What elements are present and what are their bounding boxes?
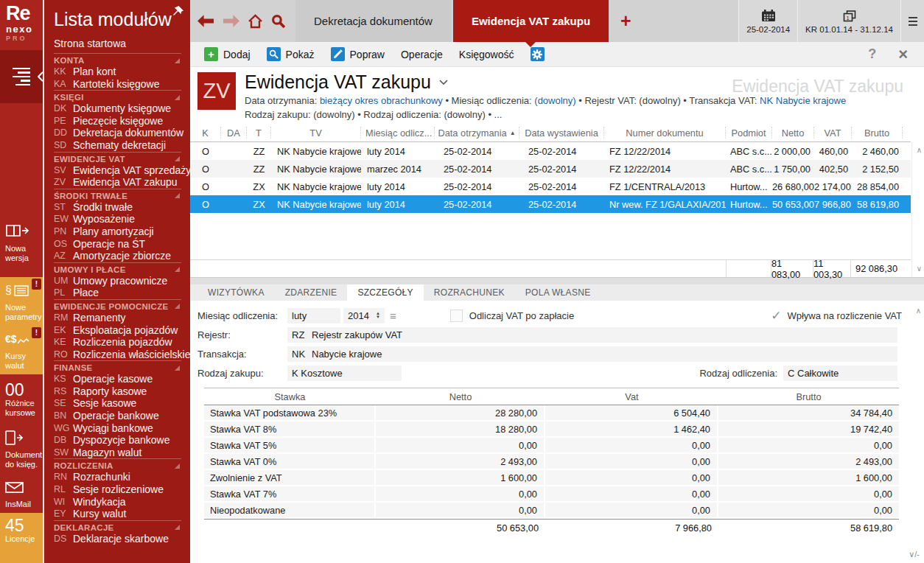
column-header-da[interactable]: DA: [221, 127, 247, 139]
table-row[interactable]: OZZNK Nabycie krajowemarzec 201425-02-20…: [190, 160, 911, 178]
month-list-icon[interactable]: ≡: [390, 310, 396, 322]
filter-link[interactable]: NK Nabycie krajowe: [760, 95, 846, 106]
sidebar-item-wi[interactable]: WIWindykacja: [54, 496, 181, 508]
sidebar-section-header[interactable]: FINANSE: [54, 361, 181, 373]
rail-item-nowe-parametry[interactable]: ! § Nowe parametry: [0, 277, 43, 326]
tab-ewidencja-vat-zakupu[interactable]: Ewidencja VAT zakupu: [453, 0, 609, 42]
sidebar-item-az[interactable]: AZAmortyzacje zbiorcze: [54, 250, 181, 262]
sidebar-item-wg[interactable]: WGWyciągi bankowe: [54, 422, 181, 435]
sidebar-item-se[interactable]: SESesje kasowe: [54, 397, 181, 410]
column-header-brutto[interactable]: Brutto: [852, 127, 903, 139]
vat-rate-row[interactable]: Stawka VAT 7%0,000,000,00: [204, 486, 899, 503]
spinner-arrows-icon[interactable]: ▲▼: [376, 312, 380, 319]
detail-tab-rozrachunek[interactable]: ROZRACHUNEK: [424, 284, 515, 301]
sidebar-section-header[interactable]: UMOWY I PŁACE: [54, 263, 181, 275]
scroll-up-icon[interactable]: ∧: [917, 146, 922, 154]
vertical-scrollbar[interactable]: [911, 142, 924, 277]
sidebar-section-header[interactable]: ROZLICZENIA: [54, 459, 181, 471]
sidebar-item-db[interactable]: DBDyspozycje bankowe: [54, 434, 181, 447]
vat-rate-row[interactable]: Stawka VAT 8%18 280,001 462,4019 742,40: [204, 422, 899, 438]
vat-rate-row[interactable]: Stawka VAT podstawowa 23%28 280,006 504,…: [204, 405, 899, 422]
column-header-t[interactable]: T: [247, 127, 271, 139]
column-header-wystawienia[interactable]: Data wystawienia: [519, 127, 604, 139]
sidebar-item-pe[interactable]: PEPieczęcie księgowe: [54, 115, 181, 127]
rail-item-dokument-do-ksieg[interactable]: Dokument do księg.: [0, 424, 43, 469]
search-button[interactable]: [271, 14, 285, 28]
accounting-menu[interactable]: Księgowość: [452, 46, 521, 63]
modules-rail-button[interactable]: [0, 50, 43, 103]
table-row[interactable]: OZZNK Nabycie krajoweluty 201425-02-2014…: [190, 142, 911, 160]
detail-scroll-up-icon[interactable]: ∧: [916, 307, 921, 315]
help-button[interactable]: ?: [856, 46, 888, 62]
sidebar-item-sw[interactable]: SWMagazyn walut: [54, 447, 181, 459]
sidebar-item-bn[interactable]: BNOperacje bankowe: [54, 410, 181, 422]
column-header-miesiac[interactable]: Miesiąc odlicz...: [361, 127, 435, 139]
sidebar-item-ka[interactable]: KAKartoteki księgowe: [54, 78, 181, 91]
column-header-tv[interactable]: TV: [271, 127, 361, 139]
transakcja-field[interactable]: NK Nabycie krajowe: [287, 346, 897, 362]
vat-rate-row[interactable]: Zwolnienie z VAT1 600,000,001 600,00: [204, 470, 899, 486]
sidebar-item-ks[interactable]: KSOperacje kasowe: [54, 373, 181, 385]
sidebar-item-dk[interactable]: DKDokumenty księgowe: [54, 102, 181, 115]
month-select[interactable]: luty: [287, 308, 340, 324]
sidebar-item-st[interactable]: STŚrodki trwałe: [54, 201, 181, 214]
sidebar-item-ey[interactable]: EYKursy walut: [54, 508, 181, 520]
year-stepper[interactable]: 2014 ▲▼: [343, 308, 385, 324]
scroll-down-icon[interactable]: ∨: [917, 265, 922, 273]
column-header-podmiot[interactable]: Podmiot: [726, 127, 772, 139]
column-header-vat[interactable]: VAT: [814, 127, 852, 139]
sidebar-item-ek[interactable]: EKEksploatacja pojazdów: [54, 324, 181, 337]
work-date-button[interactable]: 25-02-2014: [738, 0, 797, 42]
edit-button[interactable]: Popraw: [324, 45, 391, 63]
sidebar-item-um[interactable]: UMUmowy pracownicze: [54, 275, 181, 287]
menu-button[interactable]: [900, 0, 924, 42]
new-tab-button[interactable]: +: [611, 0, 641, 42]
show-button[interactable]: Pokaż: [260, 45, 321, 63]
column-header-numer[interactable]: Numer dokumentu: [604, 127, 726, 139]
sidebar-item-rn[interactable]: RNRozrachunki: [54, 471, 181, 483]
sidebar-item-kk[interactable]: KKPlan kont: [54, 66, 181, 78]
sidebar-section-header[interactable]: ŚRODKI TRWAŁE: [54, 189, 181, 201]
table-row[interactable]: OZXNK Nabycie krajoweluty 201425-02-2014…: [190, 178, 911, 195]
detail-tab-wizyt-wka[interactable]: WIZYTÓWKA: [197, 284, 275, 301]
rail-item-kursy-walut[interactable]: ! €$ Kursy walut: [0, 326, 43, 374]
collapse-control[interactable]: ∨/-: [909, 550, 920, 559]
sidebar-section-header[interactable]: KSIĘGI: [54, 91, 181, 102]
sidebar-item-rm[interactable]: RMRemanenty: [54, 312, 181, 324]
view-title[interactable]: Ewidencja VAT zakupu: [245, 67, 448, 93]
pin-icon[interactable]: [172, 6, 183, 20]
odliczaj-vat-checkbox[interactable]: [450, 310, 463, 322]
sidebar-section-header[interactable]: EWIDENCJE VAT: [54, 153, 181, 164]
sidebar-item-strona-startowa[interactable]: Strona startowa: [54, 38, 181, 53]
sidebar-item-ew[interactable]: EWWyposażenie: [54, 213, 181, 225]
sidebar-item-ke[interactable]: KERozliczenia pojazdów: [54, 336, 181, 349]
detail-tab-szczeg-y[interactable]: SZCZEGÓŁY: [347, 284, 423, 301]
sidebar-item-ds[interactable]: DSDeklaracje skarbowe: [54, 533, 181, 545]
settings-button[interactable]: [524, 45, 551, 63]
rail-item-roznice-kursowe[interactable]: 00 Różnice kursowe: [0, 377, 43, 419]
filter-link[interactable]: bieżący okres obrachunkowy: [320, 95, 443, 106]
sidebar-section-header[interactable]: EWIDENCJE POMOCNICZE: [54, 300, 181, 312]
sidebar-item-os[interactable]: OSOperacje na ŚT: [54, 238, 181, 251]
sidebar-item-sv[interactable]: SVEwidencja VAT sprzedaży: [54, 164, 181, 177]
rodzaj-zakupu-field[interactable]: K Kosztowe: [287, 366, 402, 381]
back-button[interactable]: [197, 15, 214, 27]
sidebar-section-header[interactable]: DEKLARACJE: [54, 521, 181, 533]
rail-item-nowa-wersja[interactable]: Nowa wersja: [0, 218, 43, 259]
sidebar-item-rs[interactable]: RSRaporty kasowe: [54, 385, 181, 398]
sidebar-item-dd[interactable]: DDDekretacja dokumentów: [54, 127, 181, 139]
close-button[interactable]: ×: [891, 45, 915, 64]
rodzaj-odliczenia-field[interactable]: C Całkowite: [783, 366, 897, 381]
column-header-k[interactable]: K: [190, 127, 221, 139]
table-row[interactable]: OZXNK Nabycie krajoweluty 201425-02-2014…: [190, 195, 911, 213]
column-header-netto[interactable]: Netto: [772, 127, 814, 139]
home-button[interactable]: [248, 14, 263, 29]
sidebar-item-sd[interactable]: SDSchematy dekretacji: [54, 139, 181, 152]
vat-rate-row[interactable]: Nieopodatkowane0,000,000,00: [204, 503, 899, 519]
rejestr-field[interactable]: RZ Rejestr zakupów VAT: [287, 327, 897, 343]
check-icon[interactable]: ✓: [771, 308, 781, 324]
sidebar-item-zv[interactable]: ZVEwidencja VAT zakupu: [54, 176, 181, 189]
vat-rate-row[interactable]: Stawka VAT 5%0,000,000,00: [204, 438, 899, 454]
operations-menu[interactable]: Operacje: [394, 46, 449, 63]
detail-tab-pola-w-asne[interactable]: POLA WŁASNE: [515, 284, 601, 301]
